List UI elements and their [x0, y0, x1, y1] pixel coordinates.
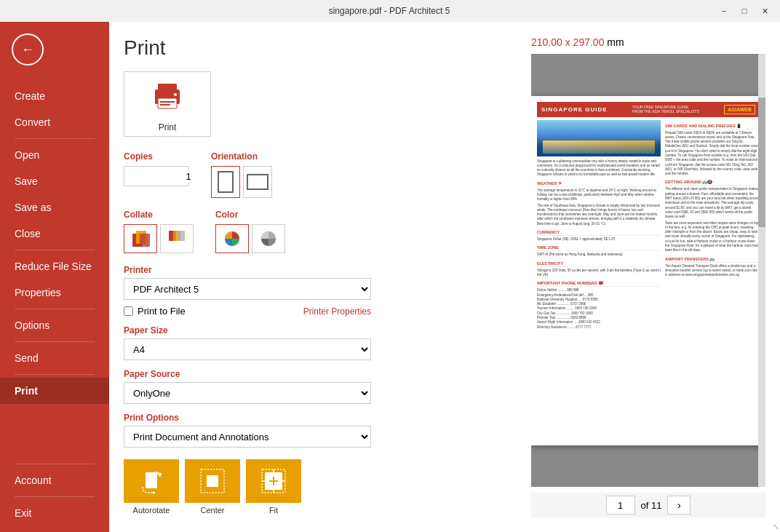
- landscape-button[interactable]: [243, 166, 272, 198]
- printer-select[interactable]: PDF Architect 5: [124, 278, 371, 300]
- sidebar-spacer: [0, 410, 109, 461]
- sg-getting-around-title: GETTING AROUND 🚌🚇: [665, 180, 760, 186]
- landscape-icon: [247, 174, 268, 190]
- titlebar: singapore.pdf - PDF Architect 5 − □ ✕: [0, 0, 780, 22]
- svg-rect-14: [146, 472, 157, 488]
- printer-section-header: Printer: [124, 265, 517, 275]
- color-off-button[interactable]: [252, 224, 285, 253]
- sidebar-item-close[interactable]: Close: [0, 221, 109, 247]
- back-circle-icon: ←: [12, 33, 44, 65]
- autorotate-icon: [137, 467, 166, 496]
- sidebar-item-reduce[interactable]: Reduce File Size: [0, 253, 109, 279]
- svg-rect-16: [207, 475, 218, 487]
- print-to-file-label: Print to File: [138, 306, 186, 317]
- orientation-buttons: [211, 166, 272, 198]
- app-body: ← Create Convert Open Save Save as Close…: [0, 22, 780, 532]
- sg-guide-subtitle: YOUR FREE SINGAPORE GUIDEFROM THE ASIA T…: [632, 105, 699, 114]
- sidebar-item-convert[interactable]: Convert: [0, 109, 109, 135]
- sidebar-item-properties[interactable]: Properties: [0, 279, 109, 306]
- sidebar-item-save-as[interactable]: Save as: [0, 194, 109, 221]
- titlebar-title: singapore.pdf - PDF Architect 5: [64, 6, 715, 16]
- sidebar-divider-1: [15, 138, 95, 139]
- portrait-icon: [218, 171, 234, 193]
- dimensions-value: 210.00 x 297.00: [531, 36, 604, 48]
- sg-left-col: Singapore is a glittering cosmopolitan c…: [537, 120, 661, 330]
- paper-source-select[interactable]: OnlyOne: [124, 382, 371, 404]
- resize-handle[interactable]: ⤡: [773, 523, 779, 531]
- sidebar-item-open[interactable]: Open: [0, 142, 109, 168]
- sidebar-item-print[interactable]: Print: [0, 378, 109, 404]
- sg-electricity-title: ELECTRICITY: [537, 261, 661, 267]
- sidebar-bottom: Account Exit: [0, 461, 109, 532]
- sidebar-item-send[interactable]: Send: [0, 345, 109, 371]
- preview-dimensions: 210.00 x 297.00 mm: [531, 36, 765, 48]
- orientation-group: Orientation: [211, 151, 272, 198]
- sg-simcards-title: SIM CARDS AND DIALING PREFIXES 📱: [665, 124, 760, 130]
- svg-rect-1: [158, 84, 177, 92]
- sidebar-item-save[interactable]: Save: [0, 168, 109, 194]
- color-group: Color: [215, 210, 285, 253]
- collate-on-button[interactable]: [124, 224, 157, 253]
- copies-group: Copies − +: [124, 151, 189, 198]
- sg-airport-title: AIRPORT TRANSFERS 🚌: [665, 257, 760, 263]
- sg-phone-title: IMPORTANT PHONE NUMBERS ☎: [537, 281, 661, 287]
- printer-properties-link[interactable]: Printer Properties: [303, 306, 371, 317]
- page-number-input[interactable]: [606, 496, 635, 515]
- close-window-button[interactable]: ✕: [755, 4, 774, 18]
- sidebar-divider-7: [15, 496, 95, 497]
- color-label: Color: [215, 210, 285, 220]
- sidebar-nav: Create Convert Open Save Save as Close R…: [0, 77, 109, 410]
- fit-icon: [259, 467, 288, 496]
- main-content: Print Print: [109, 22, 780, 532]
- controls-bottom-row: Collate: [124, 210, 517, 253]
- sidebar-divider-4: [15, 341, 95, 342]
- next-page-button[interactable]: ›: [667, 496, 691, 515]
- color-on-icon: [222, 229, 242, 249]
- page-handling-icons: Autorotate Center: [124, 459, 517, 515]
- sidebar-divider-5: [15, 374, 95, 375]
- sidebar-item-exit[interactable]: Exit: [0, 500, 109, 526]
- collate-buttons: [124, 224, 194, 253]
- sg-timezone-title: TIME ZONE: [537, 245, 661, 251]
- sidebar-item-account[interactable]: Account: [0, 467, 109, 493]
- page-of-label: of 11: [641, 500, 662, 511]
- preview-scrollbar[interactable]: [758, 54, 765, 487]
- center-label: Center: [200, 506, 224, 515]
- autorotate-label: Autorotate: [133, 506, 170, 515]
- fit-button[interactable]: Fit: [246, 459, 301, 515]
- print-area: Print Print: [109, 22, 780, 532]
- sg-weather-text: The average temperature is 31°C at dayti…: [537, 188, 661, 202]
- sidebar: ← Create Convert Open Save Save as Close…: [0, 22, 109, 532]
- collate-off-button[interactable]: [160, 224, 194, 253]
- minimize-button[interactable]: −: [715, 4, 733, 18]
- print-to-file-checkbox[interactable]: [124, 306, 133, 316]
- titlebar-controls: − □ ✕: [715, 4, 774, 18]
- dimensions-unit: mm: [607, 36, 624, 48]
- paper-size-select[interactable]: A4: [124, 338, 371, 360]
- center-icon-box: [185, 459, 240, 503]
- portrait-button[interactable]: [211, 166, 240, 198]
- back-button[interactable]: ←: [6, 28, 49, 71]
- fit-label: Fit: [269, 506, 278, 515]
- autorotate-button[interactable]: Autorotate: [124, 459, 179, 515]
- sidebar-item-options[interactable]: Options: [0, 312, 109, 338]
- maximize-button[interactable]: □: [735, 4, 754, 18]
- sg-main-image: [537, 120, 661, 156]
- sg-body: Singapore is a glittering cosmopolitan c…: [537, 120, 760, 330]
- color-on-button[interactable]: [215, 224, 249, 253]
- sg-right-col: SIM CARDS AND DIALING PREFIXES 📱 Prepaid…: [665, 120, 760, 330]
- print-to-file-group: Print to File: [124, 306, 186, 317]
- right-panel: 210.00 x 297.00 mm SINGAPORE GUIDE YOUR …: [531, 36, 765, 517]
- sg-currency-title: CURRENCY: [537, 230, 661, 236]
- print-options-select[interactable]: Print Document and Annotations: [124, 426, 371, 448]
- paper-size-header: Paper Size: [124, 325, 517, 336]
- center-button[interactable]: Center: [185, 459, 240, 515]
- sg-header: SINGAPORE GUIDE YOUR FREE SINGAPORE GUID…: [537, 102, 760, 117]
- preview-page: SINGAPORE GUIDE YOUR FREE SINGAPORE GUID…: [531, 96, 765, 445]
- copies-stepper[interactable]: − +: [124, 166, 189, 186]
- center-icon: [198, 467, 227, 496]
- sidebar-divider-6: [15, 464, 95, 464]
- sidebar-item-create[interactable]: Create: [0, 83, 109, 109]
- svg-rect-8: [140, 234, 150, 247]
- orientation-label: Orientation: [211, 151, 272, 162]
